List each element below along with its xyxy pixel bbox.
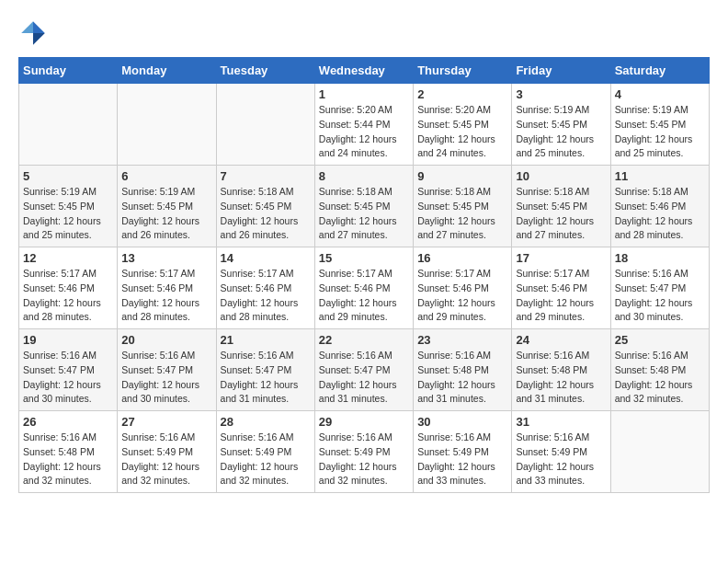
day-info: Sunrise: 5:16 AM Sunset: 5:48 PM Dayligh…: [417, 349, 507, 407]
day-number: 29: [319, 415, 409, 429]
day-number: 10: [516, 169, 606, 183]
calendar-cell: 13Sunrise: 5:17 AM Sunset: 5:46 PM Dayli…: [118, 247, 216, 329]
day-number: 27: [121, 415, 211, 429]
calendar-cell: 23Sunrise: 5:16 AM Sunset: 5:48 PM Dayli…: [414, 329, 512, 411]
day-info: Sunrise: 5:18 AM Sunset: 5:45 PM Dayligh…: [417, 185, 507, 243]
day-info: Sunrise: 5:17 AM Sunset: 5:46 PM Dayligh…: [221, 267, 311, 325]
calendar-cell: 6Sunrise: 5:19 AM Sunset: 5:45 PM Daylig…: [118, 166, 216, 247]
calendar-table: SundayMondayTuesdayWednesdayThursdayFrid…: [18, 57, 710, 493]
day-of-week-thursday: Thursday: [414, 58, 512, 84]
day-number: 6: [121, 169, 211, 183]
calendar-cell: 7Sunrise: 5:18 AM Sunset: 5:45 PM Daylig…: [216, 166, 314, 247]
calendar-week-4: 19Sunrise: 5:16 AM Sunset: 5:47 PM Dayli…: [19, 329, 710, 411]
day-info: Sunrise: 5:16 AM Sunset: 5:49 PM Dayligh…: [516, 431, 606, 488]
day-info: Sunrise: 5:18 AM Sunset: 5:45 PM Dayligh…: [516, 185, 606, 243]
day-info: Sunrise: 5:16 AM Sunset: 5:49 PM Dayligh…: [417, 431, 507, 488]
day-info: Sunrise: 5:20 AM Sunset: 5:44 PM Dayligh…: [319, 103, 409, 161]
day-number: 15: [319, 251, 409, 265]
calendar-cell: [118, 84, 216, 166]
calendar-header: SundayMondayTuesdayWednesdayThursdayFrid…: [19, 58, 710, 84]
day-number: 31: [516, 415, 606, 429]
day-number: 14: [221, 251, 311, 265]
day-info: Sunrise: 5:16 AM Sunset: 5:47 PM Dayligh…: [121, 349, 211, 407]
calendar-cell: 1Sunrise: 5:20 AM Sunset: 5:44 PM Daylig…: [314, 84, 413, 166]
day-info: Sunrise: 5:17 AM Sunset: 5:46 PM Dayligh…: [417, 267, 507, 325]
day-info: Sunrise: 5:19 AM Sunset: 5:45 PM Dayligh…: [23, 185, 113, 243]
calendar-cell: [19, 84, 118, 166]
calendar-week-1: 1Sunrise: 5:20 AM Sunset: 5:44 PM Daylig…: [19, 84, 710, 166]
calendar-cell: 26Sunrise: 5:16 AM Sunset: 5:48 PM Dayli…: [19, 411, 118, 493]
day-info: Sunrise: 5:18 AM Sunset: 5:46 PM Dayligh…: [615, 185, 705, 243]
day-info: Sunrise: 5:20 AM Sunset: 5:45 PM Dayligh…: [417, 103, 507, 161]
day-number: 18: [615, 251, 705, 265]
calendar-cell: 16Sunrise: 5:17 AM Sunset: 5:46 PM Dayli…: [414, 247, 512, 329]
day-number: 26: [23, 415, 113, 429]
day-info: Sunrise: 5:16 AM Sunset: 5:48 PM Dayligh…: [23, 431, 113, 488]
calendar-week-3: 12Sunrise: 5:17 AM Sunset: 5:46 PM Dayli…: [19, 247, 710, 329]
calendar-cell: 30Sunrise: 5:16 AM Sunset: 5:49 PM Dayli…: [414, 411, 512, 493]
calendar-cell: 11Sunrise: 5:18 AM Sunset: 5:46 PM Dayli…: [610, 166, 709, 247]
calendar-cell: 14Sunrise: 5:17 AM Sunset: 5:46 PM Dayli…: [216, 247, 314, 329]
svg-marker-1: [33, 33, 45, 45]
calendar-cell: 8Sunrise: 5:18 AM Sunset: 5:45 PM Daylig…: [314, 166, 413, 247]
day-info: Sunrise: 5:16 AM Sunset: 5:48 PM Dayligh…: [516, 349, 606, 407]
day-number: 21: [221, 333, 311, 347]
day-number: 25: [615, 333, 705, 347]
calendar-cell: 12Sunrise: 5:17 AM Sunset: 5:46 PM Dayli…: [19, 247, 118, 329]
day-number: 2: [417, 87, 507, 101]
day-number: 1: [319, 87, 409, 101]
calendar-body: 1Sunrise: 5:20 AM Sunset: 5:44 PM Daylig…: [19, 84, 710, 493]
day-info: Sunrise: 5:18 AM Sunset: 5:45 PM Dayligh…: [221, 185, 311, 243]
day-info: Sunrise: 5:17 AM Sunset: 5:46 PM Dayligh…: [121, 267, 211, 325]
calendar-cell: 2Sunrise: 5:20 AM Sunset: 5:45 PM Daylig…: [414, 84, 512, 166]
calendar-cell: 17Sunrise: 5:17 AM Sunset: 5:46 PM Dayli…: [512, 247, 610, 329]
day-info: Sunrise: 5:16 AM Sunset: 5:47 PM Dayligh…: [615, 267, 705, 325]
day-number: 13: [121, 251, 211, 265]
day-number: 22: [319, 333, 409, 347]
day-info: Sunrise: 5:17 AM Sunset: 5:46 PM Dayligh…: [319, 267, 409, 325]
day-of-week-wednesday: Wednesday: [314, 58, 413, 84]
day-info: Sunrise: 5:16 AM Sunset: 5:49 PM Dayligh…: [221, 431, 311, 488]
day-info: Sunrise: 5:19 AM Sunset: 5:45 PM Dayligh…: [615, 103, 705, 161]
calendar-cell: [216, 84, 314, 166]
day-number: 20: [121, 333, 211, 347]
day-info: Sunrise: 5:16 AM Sunset: 5:47 PM Dayligh…: [23, 349, 113, 407]
calendar-cell: 10Sunrise: 5:18 AM Sunset: 5:45 PM Dayli…: [512, 166, 610, 247]
day-number: 8: [319, 169, 409, 183]
logo: [18, 18, 51, 48]
page-header: [18, 18, 710, 48]
calendar-cell: 9Sunrise: 5:18 AM Sunset: 5:45 PM Daylig…: [414, 166, 512, 247]
day-number: 11: [615, 169, 705, 183]
day-info: Sunrise: 5:16 AM Sunset: 5:47 PM Dayligh…: [221, 349, 311, 407]
svg-marker-2: [21, 21, 33, 33]
days-of-week-row: SundayMondayTuesdayWednesdayThursdayFrid…: [19, 58, 710, 84]
day-number: 30: [417, 415, 507, 429]
day-number: 4: [615, 87, 705, 101]
calendar-cell: 24Sunrise: 5:16 AM Sunset: 5:48 PM Dayli…: [512, 329, 610, 411]
day-number: 12: [23, 251, 113, 265]
calendar-week-2: 5Sunrise: 5:19 AM Sunset: 5:45 PM Daylig…: [19, 166, 710, 247]
svg-marker-0: [33, 21, 45, 33]
day-info: Sunrise: 5:19 AM Sunset: 5:45 PM Dayligh…: [516, 103, 606, 161]
calendar-cell: 20Sunrise: 5:16 AM Sunset: 5:47 PM Dayli…: [118, 329, 216, 411]
day-of-week-monday: Monday: [118, 58, 216, 84]
day-info: Sunrise: 5:16 AM Sunset: 5:49 PM Dayligh…: [319, 431, 409, 488]
day-info: Sunrise: 5:18 AM Sunset: 5:45 PM Dayligh…: [319, 185, 409, 243]
day-number: 3: [516, 87, 606, 101]
day-number: 28: [221, 415, 311, 429]
day-info: Sunrise: 5:19 AM Sunset: 5:45 PM Dayligh…: [121, 185, 211, 243]
calendar-cell: 25Sunrise: 5:16 AM Sunset: 5:48 PM Dayli…: [610, 329, 709, 411]
calendar-cell: 3Sunrise: 5:19 AM Sunset: 5:45 PM Daylig…: [512, 84, 610, 166]
calendar-cell: 27Sunrise: 5:16 AM Sunset: 5:49 PM Dayli…: [118, 411, 216, 493]
day-number: 24: [516, 333, 606, 347]
day-number: 17: [516, 251, 606, 265]
day-of-week-sunday: Sunday: [19, 58, 118, 84]
calendar-cell: 19Sunrise: 5:16 AM Sunset: 5:47 PM Dayli…: [19, 329, 118, 411]
day-info: Sunrise: 5:17 AM Sunset: 5:46 PM Dayligh…: [516, 267, 606, 325]
day-number: 5: [23, 169, 113, 183]
day-number: 7: [221, 169, 311, 183]
calendar-cell: 28Sunrise: 5:16 AM Sunset: 5:49 PM Dayli…: [216, 411, 314, 493]
day-info: Sunrise: 5:17 AM Sunset: 5:46 PM Dayligh…: [23, 267, 113, 325]
day-info: Sunrise: 5:16 AM Sunset: 5:47 PM Dayligh…: [319, 349, 409, 407]
day-number: 19: [23, 333, 113, 347]
